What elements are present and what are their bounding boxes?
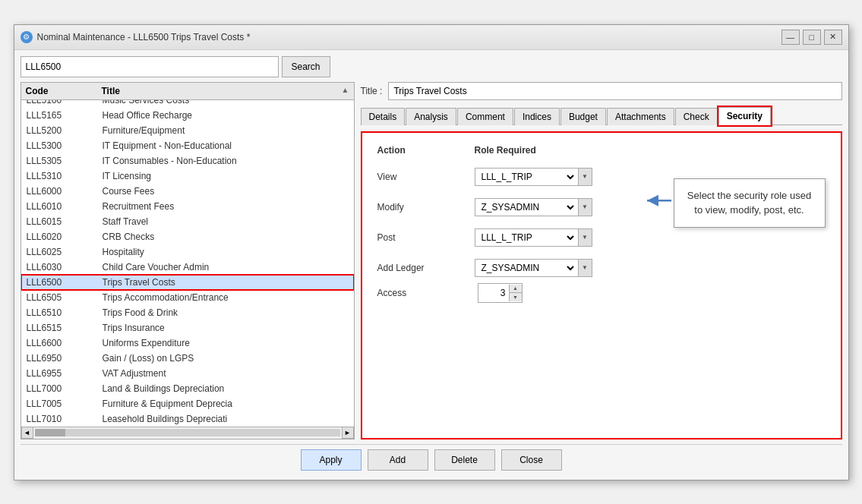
list-row[interactable]: LLL7005Furniture & Equipment Deprecia [21, 396, 354, 411]
list-row-title: Gain / (Loss) on LGPS [103, 353, 349, 364]
scroll-track [35, 429, 340, 436]
scroll-thumb [35, 429, 65, 436]
search-input[interactable] [21, 56, 279, 77]
list-row[interactable]: LLL6000Course Fees [21, 184, 354, 199]
delete-button[interactable]: Delete [434, 449, 495, 471]
list-row-code: LLL7010 [27, 414, 103, 424]
post-role-select-wrapper[interactable]: LLL_L_TRIP Z_SYSADMIN LLL_ADMIN ▼ [475, 228, 592, 247]
tab-budget[interactable]: Budget [560, 108, 606, 125]
list-row[interactable]: LLL7010Leasehold Buildings Depreciati [21, 411, 354, 427]
tab-indices[interactable]: Indices [514, 108, 560, 125]
list-row-code: LLL7000 [27, 383, 103, 394]
col-code-header: Code [26, 86, 102, 96]
main-content: Code Title ▲ LLL5145General Office Costs… [21, 82, 842, 439]
tooltip-balloon: Select the security role used to view, m… [674, 178, 826, 228]
modify-dropdown-arrow: ▼ [578, 199, 592, 216]
tab-comment[interactable]: Comment [457, 108, 513, 125]
spinner-buttons: ▲ ▼ [509, 285, 522, 301]
tabs-bar: DetailsAnalysisCommentIndicesBudgetAttac… [361, 106, 842, 125]
addledger-role-select-wrapper[interactable]: LLL_L_TRIP Z_SYSADMIN LLL_ADMIN ▼ [475, 259, 592, 277]
access-row: Access ▲ ▼ [377, 283, 826, 303]
list-row-code: LLL6955 [27, 368, 103, 379]
title-field-input[interactable] [388, 82, 841, 100]
tab-security[interactable]: Security [718, 107, 771, 125]
horizontal-scroll[interactable]: ◄ ► [21, 427, 354, 439]
apply-button[interactable]: Apply [301, 449, 362, 471]
list-row-code: LLL6600 [27, 338, 103, 348]
tab-attachments[interactable]: Attachments [607, 108, 674, 125]
list-row[interactable]: LLL6950Gain / (Loss) on LGPS [21, 351, 354, 366]
close-button[interactable]: ✕ [824, 30, 842, 45]
list-row[interactable]: LLL6505Trips Accommodation/Entrance [21, 290, 354, 305]
list-row[interactable]: LLL6515Trips Insurance [21, 320, 354, 335]
access-input[interactable] [478, 284, 509, 302]
action-post-label: Post [377, 232, 469, 243]
tab-check[interactable]: Check [675, 108, 718, 125]
list-row-code: LLL6015 [27, 216, 103, 227]
list-row-code: LLL5300 [27, 140, 103, 151]
list-body[interactable]: LLL5145General Office CostsLLL5150Accoun… [21, 100, 354, 427]
list-row-title: IT Equipment - Non-Educational [103, 140, 349, 151]
modify-role-select-wrapper[interactable]: LLL_L_TRIP Z_SYSADMIN LLL_ADMIN ▼ [475, 198, 592, 216]
modify-role-select[interactable]: LLL_L_TRIP Z_SYSADMIN LLL_ADMIN [475, 199, 576, 216]
list-row-code: LLL6950 [27, 353, 103, 364]
list-row-code: LLL5165 [27, 110, 103, 121]
maximize-button[interactable]: □ [803, 30, 821, 45]
list-row-code: LLL6025 [27, 247, 103, 257]
view-dropdown-arrow: ▼ [578, 169, 592, 185]
access-label: Access [377, 288, 469, 298]
list-row[interactable]: LLL7000Land & Buildings Depreciation [21, 381, 354, 396]
list-row-code: LLL6020 [27, 232, 103, 242]
scroll-left-button[interactable]: ◄ [21, 427, 33, 439]
list-row[interactable]: LLL6500Trips Travel Costs [21, 275, 354, 290]
tab-analysis[interactable]: Analysis [406, 108, 456, 125]
list-row[interactable]: LLL6025Hospitality [21, 244, 354, 260]
add-button[interactable]: Add [368, 449, 428, 471]
list-row-title: Uniforms Expenditure [103, 338, 349, 348]
list-row-title: Furniture & Equipment Deprecia [103, 398, 349, 409]
list-row-code: LLL7005 [27, 398, 103, 409]
list-row[interactable]: LLL5200Furniture/Equipment [21, 123, 354, 138]
list-row-title: Trips Food & Drink [103, 307, 349, 318]
list-row[interactable]: LLL5165Head Office Recharge [21, 108, 354, 123]
action-addledger-label: Add Ledger [377, 263, 469, 273]
list-row-title: Course Fees [103, 186, 349, 197]
list-row-title: Staff Travel [103, 216, 349, 227]
title-row: Title : [361, 82, 842, 100]
access-spinner[interactable]: ▲ ▼ [478, 283, 523, 303]
list-row-code: LLL6500 [27, 277, 103, 288]
col-title-header: Title [102, 86, 342, 96]
close-button-bottom[interactable]: Close [501, 449, 562, 471]
list-row[interactable]: LLL6015Staff Travel [21, 214, 354, 229]
search-bar: Search [21, 56, 842, 77]
addledger-role-select[interactable]: LLL_L_TRIP Z_SYSADMIN LLL_ADMIN [475, 260, 576, 276]
list-row[interactable]: LLL6510Trips Food & Drink [21, 305, 354, 320]
list-row[interactable]: LLL5300IT Equipment - Non-Educational [21, 138, 354, 153]
list-row[interactable]: LLL6020CRB Checks [21, 229, 354, 244]
search-button[interactable]: Search [282, 56, 330, 77]
view-role-select[interactable]: LLL_L_TRIP Z_SYSADMIN LLL_ADMIN [475, 169, 576, 185]
list-row[interactable]: LLL6955VAT Adjustment [21, 366, 354, 381]
list-row-title: Child Care Voucher Admin [103, 262, 349, 272]
title-field-label: Title : [361, 86, 383, 96]
action-modify-label: Modify [377, 202, 469, 213]
list-row-code: LLL6000 [27, 186, 103, 197]
scroll-right-button[interactable]: ► [342, 427, 354, 439]
list-header: Code Title ▲ [21, 83, 354, 100]
list-row[interactable]: LLL6010Recruitment Fees [21, 199, 354, 214]
post-role-select[interactable]: LLL_L_TRIP Z_SYSADMIN LLL_ADMIN [475, 229, 576, 246]
list-row[interactable]: LLL5310IT Licensing [21, 169, 354, 184]
view-role-select-wrapper[interactable]: LLL_L_TRIP Z_SYSADMIN LLL_ADMIN ▼ [475, 168, 592, 186]
list-row-title: CRB Checks [103, 232, 349, 242]
minimize-button[interactable]: — [781, 30, 800, 45]
list-row[interactable]: LLL6600Uniforms Expenditure [21, 335, 354, 351]
list-row-code: LLL5305 [27, 156, 103, 166]
spinner-up-button[interactable]: ▲ [510, 285, 522, 293]
tab-details[interactable]: Details [361, 108, 406, 125]
spinner-down-button[interactable]: ▼ [510, 293, 522, 301]
list-row[interactable]: LLL6030Child Care Voucher Admin [21, 260, 354, 275]
role-column-header: Role Required [475, 145, 627, 156]
list-row[interactable]: LLL5305IT Consumables - Non-Education [21, 153, 354, 169]
security-panel: Action Role Required View LLL_L_TRIP Z_S… [361, 131, 842, 439]
list-row[interactable]: LLL5160Music Services Costs [21, 100, 354, 108]
